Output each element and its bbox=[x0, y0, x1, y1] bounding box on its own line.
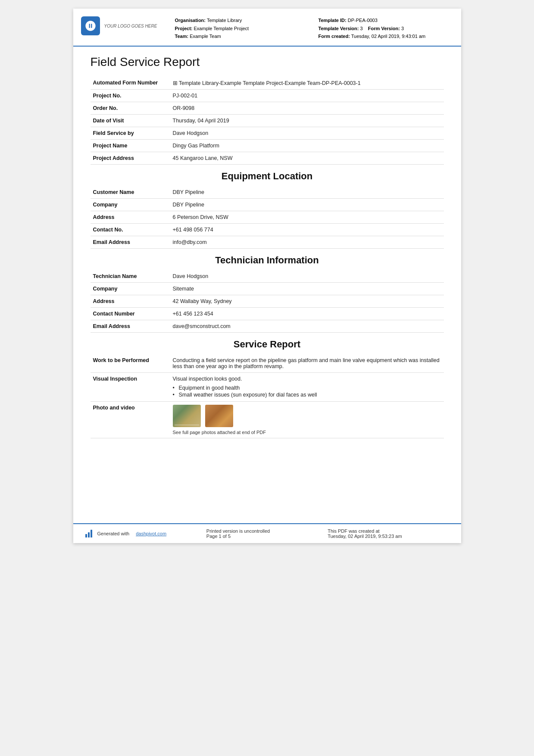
field-value: info@dby.com bbox=[170, 236, 444, 249]
table-row: Contact Number+61 456 123 454 bbox=[91, 308, 444, 320]
field-label: Address bbox=[91, 211, 170, 224]
field-value: Sitemate bbox=[170, 283, 444, 295]
field-label: Company bbox=[91, 199, 170, 211]
table-row: Project Address45 Kangaroo Lane, NSW bbox=[91, 152, 444, 165]
field-value: PJ-002-01 bbox=[170, 90, 444, 102]
table-row: CompanySitemate bbox=[91, 283, 444, 295]
field-value: DBY Pipeline bbox=[170, 186, 444, 199]
field-label: Work to be Performed bbox=[91, 354, 170, 373]
field-value: 45 Kangaroo Lane, NSW bbox=[170, 152, 444, 165]
table-row: Project No.PJ-002-01 bbox=[91, 90, 444, 102]
field-value: Visual inspection looks good. bbox=[173, 376, 242, 382]
field-value: 6 Peterson Drive, NSW bbox=[170, 211, 444, 224]
table-row: CompanyDBY Pipeline bbox=[91, 199, 444, 211]
pdf-created-time: Tuesday, 02 April 2019, 9:53:23 am bbox=[328, 534, 449, 539]
field-value: Dave Hodgson bbox=[170, 127, 444, 140]
field-label: Project No. bbox=[91, 90, 170, 102]
form-created-row: Form created: Tuesday, 02 April 2019, 9:… bbox=[319, 32, 449, 41]
project-value: Example Template Project bbox=[194, 26, 249, 31]
uncontrolled-text: Printed version is uncontrolled bbox=[206, 528, 328, 534]
photo-thumb-2 bbox=[205, 405, 233, 427]
template-id-label: Template ID: bbox=[319, 18, 347, 23]
field-value: 42 Wallaby Way, Sydney bbox=[170, 295, 444, 308]
bar-2 bbox=[88, 532, 90, 537]
table-row: Contact No.+61 498 056 774 bbox=[91, 224, 444, 236]
form-created-value: Tuesday, 02 April 2019, 9:43:01 am bbox=[351, 34, 425, 39]
header-col-left: Organisation: Template Library Project: … bbox=[175, 16, 306, 41]
list-item: Equipment in good health bbox=[173, 384, 441, 391]
logo-placeholder-text: YOUR LOGO GOES HERE bbox=[104, 23, 157, 29]
field-value: OR-9098 bbox=[170, 102, 444, 115]
technician-table: Technician NameDave HodgsonCompanySitema… bbox=[91, 270, 444, 333]
bullet-list: Equipment in good healthSmall weather is… bbox=[173, 382, 441, 398]
form-fields-table: Automated Form Number⊞ Template Library-… bbox=[91, 77, 444, 165]
table-row: Order No.OR-9098 bbox=[91, 102, 444, 115]
table-row: Visual InspectionVisual inspection looks… bbox=[91, 373, 444, 402]
table-row: Automated Form Number⊞ Template Library-… bbox=[91, 77, 444, 90]
service-section-heading: Service Report bbox=[91, 333, 444, 354]
field-label: Address bbox=[91, 295, 170, 308]
bar-1 bbox=[85, 534, 87, 537]
field-label: Photo and video bbox=[91, 402, 170, 438]
photo-caption: See full page photos attached at end of … bbox=[173, 430, 441, 435]
table-row: Photo and video See full page photos att… bbox=[91, 402, 444, 438]
service-table: Work to be PerformedConducting a field s… bbox=[91, 354, 444, 438]
field-label: Contact Number bbox=[91, 308, 170, 320]
list-item: Small weather issues (sun exposure) for … bbox=[173, 391, 441, 398]
table-row: Customer NameDBY Pipeline bbox=[91, 186, 444, 199]
form-version-value: 3 bbox=[401, 26, 404, 31]
field-cell: See full page photos attached at end of … bbox=[170, 402, 444, 438]
table-row: Field Service byDave Hodgson bbox=[91, 127, 444, 140]
form-created-label: Form created: bbox=[319, 34, 350, 39]
field-cell: Visual inspection looks good.Equipment i… bbox=[170, 373, 444, 402]
organisation-row: Organisation: Template Library bbox=[175, 16, 306, 25]
field-value: Thursday, 04 April 2019 bbox=[170, 115, 444, 127]
logo-svg bbox=[84, 20, 97, 32]
table-row: Email Addressdave@smconstruct.com bbox=[91, 320, 444, 333]
header: YOUR LOGO GOES HERE Organisation: Templa… bbox=[73, 9, 461, 47]
dashpivot-link[interactable]: dashpivot.com bbox=[136, 531, 166, 536]
team-value: Example Team bbox=[190, 34, 221, 39]
field-label: Email Address bbox=[91, 320, 170, 333]
field-value: ⊞ Template Library-Example Template Proj… bbox=[170, 77, 444, 90]
table-row: Project NameDingy Gas Platform bbox=[91, 140, 444, 152]
field-label: Automated Form Number bbox=[91, 77, 170, 90]
table-row: Email Addressinfo@dby.com bbox=[91, 236, 444, 249]
footer: Generated with dashpivot.com Printed ver… bbox=[73, 523, 461, 543]
table-row: Address6 Peterson Drive, NSW bbox=[91, 211, 444, 224]
field-label: Customer Name bbox=[91, 186, 170, 199]
equipment-section-heading: Equipment Location bbox=[91, 165, 444, 186]
template-version-value: 3 bbox=[360, 26, 363, 31]
versions-row: Template Version: 3 Form Version: 3 bbox=[319, 25, 449, 33]
project-row: Project: Example Template Project bbox=[175, 25, 306, 33]
field-label: Field Service by bbox=[91, 127, 170, 140]
header-meta: Organisation: Template Library Project: … bbox=[175, 16, 449, 41]
field-value: +61 498 056 774 bbox=[170, 224, 444, 236]
field-label: Contact No. bbox=[91, 224, 170, 236]
template-version-label: Template Version: bbox=[319, 26, 359, 31]
photo-thumb-1 bbox=[173, 405, 201, 427]
table-row: Work to be PerformedConducting a field s… bbox=[91, 354, 444, 373]
project-label: Project: bbox=[175, 26, 193, 31]
organisation-label: Organisation: bbox=[175, 18, 206, 23]
footer-middle: Printed version is uncontrolled Page 1 o… bbox=[206, 528, 328, 539]
doc-title: Field Service Report bbox=[91, 55, 444, 69]
field-label: Email Address bbox=[91, 236, 170, 249]
field-value: DBY Pipeline bbox=[170, 199, 444, 211]
bar-3 bbox=[91, 530, 92, 537]
field-value: Dave Hodgson bbox=[170, 270, 444, 283]
template-id-value: DP-PEA-0003 bbox=[348, 18, 378, 23]
equipment-table: Customer NameDBY PipelineCompanyDBY Pipe… bbox=[91, 186, 444, 249]
table-row: Date of VisitThursday, 04 April 2019 bbox=[91, 115, 444, 127]
field-label: Visual Inspection bbox=[91, 373, 170, 402]
table-row: Technician NameDave Hodgson bbox=[91, 270, 444, 283]
template-id-row: Template ID: DP-PEA-0003 bbox=[319, 16, 449, 25]
form-version-label: Form Version: bbox=[368, 26, 400, 31]
pdf-created-text: This PDF was created at bbox=[328, 528, 449, 534]
field-value: dave@smconstruct.com bbox=[170, 320, 444, 333]
page-text: Page 1 of 5 bbox=[206, 534, 328, 539]
page: YOUR LOGO GOES HERE Organisation: Templa… bbox=[73, 9, 461, 543]
field-label: Order No. bbox=[91, 102, 170, 115]
organisation-value: Template Library bbox=[207, 18, 242, 23]
header-col-right: Template ID: DP-PEA-0003 Template Versio… bbox=[319, 16, 449, 41]
